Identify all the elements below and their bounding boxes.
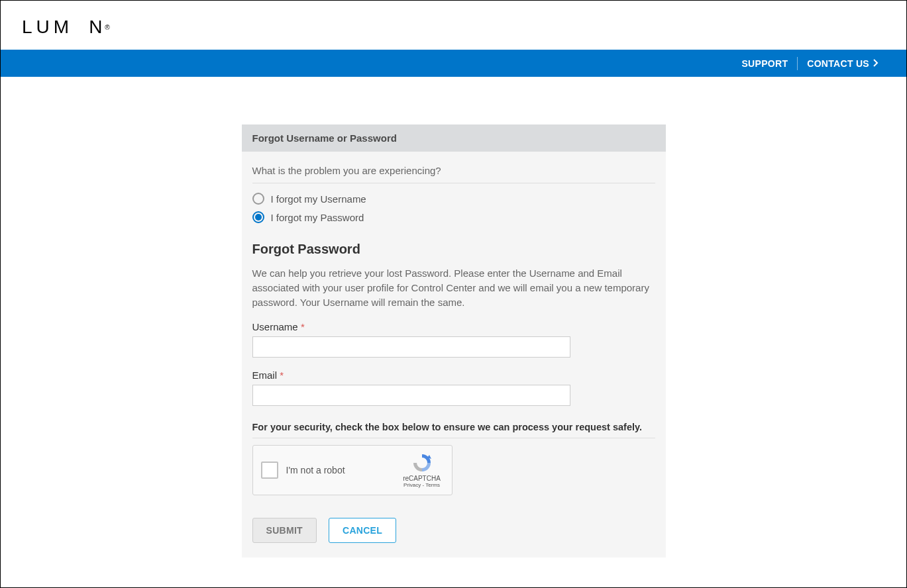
logo-registered: ®: [105, 24, 109, 31]
logo-text-right: N: [89, 17, 106, 38]
main-content: Forgot Username or Password What is the …: [1, 77, 906, 558]
section-title: Forgot Password: [252, 242, 655, 257]
radio-label: I forgot my Username: [271, 193, 366, 205]
radio-label: I forgot my Password: [271, 212, 364, 223]
required-mark: *: [301, 321, 305, 332]
recaptcha-links: Privacy - Terms: [403, 482, 440, 488]
chevron-right-icon: [873, 58, 879, 69]
email-input[interactable]: [252, 385, 570, 406]
logo-text-left: LUM: [22, 17, 73, 38]
cancel-button[interactable]: CANCEL: [329, 518, 396, 543]
username-input[interactable]: [252, 336, 570, 358]
recaptcha-widget: I'm not a robot reCAPTCHA: [252, 445, 453, 495]
terms-link[interactable]: Terms: [425, 482, 440, 488]
support-label: SUPPORT: [741, 58, 788, 69]
label-text: Email: [252, 369, 278, 381]
recaptcha-logo-icon: [411, 452, 433, 473]
security-text: For your security, check the box below t…: [252, 422, 655, 438]
recaptcha-checkbox[interactable]: [261, 462, 278, 479]
problem-radio-group: I forgot my Username I forgot my Passwor…: [252, 183, 655, 223]
username-label: Username *: [252, 321, 655, 332]
label-text: Username: [252, 321, 298, 332]
lumen-logo: LUM N ®: [22, 17, 110, 38]
forgot-card: Forgot Username or Password What is the …: [242, 124, 666, 558]
required-mark: *: [280, 369, 284, 381]
nav-bar: SUPPORT CONTACT US: [1, 50, 906, 77]
radio-forgot-password[interactable]: I forgot my Password: [252, 211, 655, 223]
email-label: Email *: [252, 369, 655, 381]
recaptcha-label: I'm not a robot: [286, 465, 400, 475]
button-row: SUBMIT CANCEL: [252, 518, 655, 543]
contact-us-link[interactable]: CONTACT US: [798, 58, 888, 69]
card-header: Forgot Username or Password: [242, 124, 666, 152]
card-body: What is the problem you are experiencing…: [242, 152, 666, 558]
radio-icon: [252, 211, 264, 223]
submit-button[interactable]: SUBMIT: [252, 518, 317, 543]
recaptcha-brand: reCAPTCHA: [403, 475, 441, 482]
support-link[interactable]: SUPPORT: [732, 58, 797, 69]
radio-icon: [252, 193, 264, 205]
contact-label: CONTACT US: [807, 58, 869, 69]
help-text: We can help you retrieve your lost Passw…: [252, 266, 655, 309]
radio-forgot-username[interactable]: I forgot my Username: [252, 193, 655, 205]
privacy-link[interactable]: Privacy: [403, 482, 421, 488]
header: LUM N ®: [1, 1, 906, 50]
recaptcha-badge: reCAPTCHA Privacy - Terms: [400, 452, 444, 488]
question-text: What is the problem you are experiencing…: [252, 165, 655, 183]
